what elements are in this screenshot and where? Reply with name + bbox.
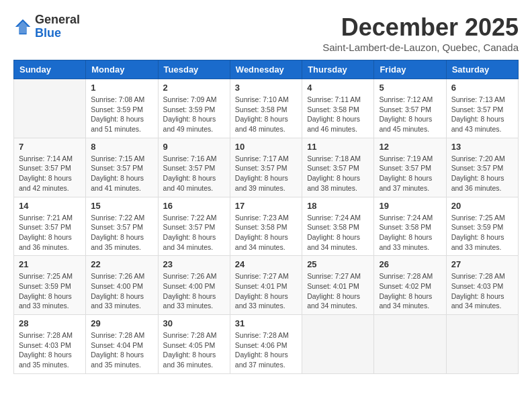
weekday-header-sunday: Sunday [14, 60, 86, 79]
calendar-cell: 30Sunrise: 7:28 AM Sunset: 4:05 PM Dayli… [158, 315, 230, 374]
calendar-cell: 3Sunrise: 7:10 AM Sunset: 3:58 PM Daylig… [230, 79, 302, 138]
day-number: 5 [379, 83, 441, 93]
day-number: 10 [235, 142, 297, 152]
calendar-cell: 17Sunrise: 7:23 AM Sunset: 3:58 PM Dayli… [230, 197, 302, 256]
weekday-header-saturday: Saturday [446, 60, 518, 79]
calendar-cell: 31Sunrise: 7:28 AM Sunset: 4:06 PM Dayli… [230, 315, 302, 374]
calendar-cell: 16Sunrise: 7:22 AM Sunset: 3:57 PM Dayli… [158, 197, 230, 256]
day-number: 23 [163, 259, 225, 269]
day-info: Sunrise: 7:13 AM Sunset: 3:57 PM Dayligh… [451, 95, 513, 134]
day-info: Sunrise: 7:27 AM Sunset: 4:01 PM Dayligh… [307, 271, 369, 311]
day-number: 25 [307, 259, 369, 269]
day-info: Sunrise: 7:28 AM Sunset: 4:04 PM Dayligh… [91, 330, 152, 370]
day-number: 29 [91, 318, 152, 328]
day-number: 2 [163, 83, 225, 93]
day-info: Sunrise: 7:10 AM Sunset: 3:58 PM Dayligh… [235, 95, 297, 134]
logo-text-blue: Blue [35, 26, 61, 40]
title-section: December 2025 Saint-Lambert-de-Lauzon, Q… [322, 13, 519, 53]
day-info: Sunrise: 7:25 AM Sunset: 3:59 PM Dayligh… [451, 213, 513, 253]
day-number: 30 [163, 318, 225, 328]
day-info: Sunrise: 7:19 AM Sunset: 3:57 PM Dayligh… [379, 154, 441, 193]
day-number: 3 [235, 83, 297, 93]
calendar-cell: 14Sunrise: 7:21 AM Sunset: 3:57 PM Dayli… [14, 197, 86, 256]
location-title: Saint-Lambert-de-Lauzon, Quebec, Canada [322, 42, 519, 53]
day-info: Sunrise: 7:27 AM Sunset: 4:01 PM Dayligh… [235, 271, 297, 311]
calendar-cell: 1Sunrise: 7:08 AM Sunset: 3:59 PM Daylig… [86, 79, 158, 138]
day-number: 31 [235, 318, 297, 328]
weekday-header-monday: Monday [86, 60, 158, 79]
day-number: 18 [307, 201, 369, 211]
calendar-cell [446, 315, 518, 374]
logo: General Blue [13, 13, 80, 40]
day-number: 17 [235, 201, 297, 211]
day-number: 8 [91, 142, 152, 152]
day-number: 9 [163, 142, 225, 152]
day-number: 24 [235, 259, 297, 269]
day-info: Sunrise: 7:11 AM Sunset: 3:58 PM Dayligh… [307, 95, 369, 134]
day-info: Sunrise: 7:28 AM Sunset: 4:03 PM Dayligh… [19, 330, 81, 370]
day-info: Sunrise: 7:25 AM Sunset: 3:59 PM Dayligh… [19, 271, 81, 311]
day-info: Sunrise: 7:28 AM Sunset: 4:05 PM Dayligh… [163, 330, 225, 370]
day-info: Sunrise: 7:26 AM Sunset: 4:00 PM Dayligh… [163, 271, 225, 311]
day-info: Sunrise: 7:14 AM Sunset: 3:57 PM Dayligh… [19, 154, 81, 193]
calendar-cell: 10Sunrise: 7:17 AM Sunset: 3:57 PM Dayli… [230, 138, 302, 197]
weekday-header-friday: Friday [374, 60, 446, 79]
day-info: Sunrise: 7:17 AM Sunset: 3:57 PM Dayligh… [235, 154, 297, 193]
calendar-cell: 9Sunrise: 7:16 AM Sunset: 3:57 PM Daylig… [158, 138, 230, 197]
weekday-header-thursday: Thursday [302, 60, 374, 79]
calendar-cell: 8Sunrise: 7:15 AM Sunset: 3:57 PM Daylig… [86, 138, 158, 197]
day-info: Sunrise: 7:28 AM Sunset: 4:03 PM Dayligh… [451, 271, 513, 311]
calendar-cell: 12Sunrise: 7:19 AM Sunset: 3:57 PM Dayli… [374, 138, 446, 197]
calendar-cell: 22Sunrise: 7:26 AM Sunset: 4:00 PM Dayli… [86, 256, 158, 315]
calendar-week-1: 1Sunrise: 7:08 AM Sunset: 3:59 PM Daylig… [14, 79, 519, 138]
day-number: 15 [91, 201, 152, 211]
calendar-cell [14, 79, 86, 138]
day-number: 28 [19, 318, 81, 328]
day-number: 19 [379, 201, 441, 211]
day-number: 13 [451, 142, 513, 152]
calendar-cell: 21Sunrise: 7:25 AM Sunset: 3:59 PM Dayli… [14, 256, 86, 315]
day-info: Sunrise: 7:20 AM Sunset: 3:57 PM Dayligh… [451, 154, 513, 193]
weekday-header-wednesday: Wednesday [230, 60, 302, 79]
day-number: 22 [91, 259, 152, 269]
day-info: Sunrise: 7:28 AM Sunset: 4:02 PM Dayligh… [379, 271, 441, 311]
calendar-cell: 26Sunrise: 7:28 AM Sunset: 4:02 PM Dayli… [374, 256, 446, 315]
calendar-cell: 5Sunrise: 7:12 AM Sunset: 3:57 PM Daylig… [374, 79, 446, 138]
day-info: Sunrise: 7:08 AM Sunset: 3:59 PM Dayligh… [91, 95, 152, 134]
logo-icon [13, 17, 32, 36]
calendar-table: SundayMondayTuesdayWednesdayThursdayFrid… [13, 60, 519, 374]
day-number: 21 [19, 259, 81, 269]
calendar-cell: 13Sunrise: 7:20 AM Sunset: 3:57 PM Dayli… [446, 138, 518, 197]
calendar-week-5: 28Sunrise: 7:28 AM Sunset: 4:03 PM Dayli… [14, 315, 519, 374]
day-number: 27 [451, 259, 513, 269]
calendar-cell: 11Sunrise: 7:18 AM Sunset: 3:57 PM Dayli… [302, 138, 374, 197]
day-number: 7 [19, 142, 81, 152]
day-info: Sunrise: 7:22 AM Sunset: 3:57 PM Dayligh… [163, 213, 225, 253]
calendar-cell [374, 315, 446, 374]
svg-marker-1 [17, 21, 29, 33]
calendar-cell: 4Sunrise: 7:11 AM Sunset: 3:58 PM Daylig… [302, 79, 374, 138]
page-header: General Blue December 2025 Saint-Lambert… [13, 13, 519, 53]
day-number: 1 [91, 83, 152, 93]
day-info: Sunrise: 7:23 AM Sunset: 3:58 PM Dayligh… [235, 213, 297, 253]
day-info: Sunrise: 7:16 AM Sunset: 3:57 PM Dayligh… [163, 154, 225, 193]
day-info: Sunrise: 7:09 AM Sunset: 3:59 PM Dayligh… [163, 95, 225, 134]
calendar-cell: 23Sunrise: 7:26 AM Sunset: 4:00 PM Dayli… [158, 256, 230, 315]
day-info: Sunrise: 7:18 AM Sunset: 3:57 PM Dayligh… [307, 154, 369, 193]
day-number: 20 [451, 201, 513, 211]
day-info: Sunrise: 7:12 AM Sunset: 3:57 PM Dayligh… [379, 95, 441, 134]
day-number: 16 [163, 201, 225, 211]
weekday-header-tuesday: Tuesday [158, 60, 230, 79]
month-title: December 2025 [322, 13, 519, 42]
calendar-cell: 2Sunrise: 7:09 AM Sunset: 3:59 PM Daylig… [158, 79, 230, 138]
day-info: Sunrise: 7:26 AM Sunset: 4:00 PM Dayligh… [91, 271, 152, 311]
calendar-cell: 20Sunrise: 7:25 AM Sunset: 3:59 PM Dayli… [446, 197, 518, 256]
day-number: 14 [19, 201, 81, 211]
day-info: Sunrise: 7:24 AM Sunset: 3:58 PM Dayligh… [379, 213, 441, 253]
day-number: 6 [451, 83, 513, 93]
calendar-week-4: 21Sunrise: 7:25 AM Sunset: 3:59 PM Dayli… [14, 256, 519, 315]
day-number: 26 [379, 259, 441, 269]
calendar-cell: 28Sunrise: 7:28 AM Sunset: 4:03 PM Dayli… [14, 315, 86, 374]
calendar-cell: 7Sunrise: 7:14 AM Sunset: 3:57 PM Daylig… [14, 138, 86, 197]
day-info: Sunrise: 7:21 AM Sunset: 3:57 PM Dayligh… [19, 213, 81, 253]
